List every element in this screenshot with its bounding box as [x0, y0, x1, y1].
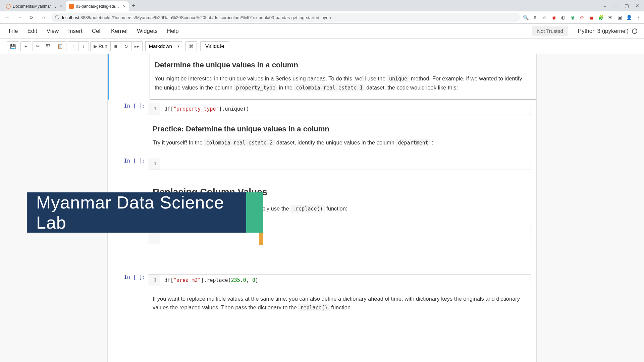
extensions-menu-icon[interactable]: 🧩: [598, 14, 604, 20]
menu-bar: File Edit View Insert Cell Kernel Widget…: [0, 24, 644, 39]
line-number: 1: [148, 275, 160, 286]
menu-help[interactable]: Help: [167, 28, 179, 35]
run-button[interactable]: ▶ Run: [90, 41, 111, 51]
home-button[interactable]: ⌂: [39, 13, 48, 22]
extension-icon[interactable]: ◐: [560, 14, 566, 20]
fast-forward-button[interactable]: ▸▸: [131, 41, 143, 51]
move-up-button[interactable]: ↑: [68, 41, 78, 51]
paste-button[interactable]: 📋: [54, 41, 66, 51]
back-button[interactable]: ←: [3, 13, 12, 22]
menu-widgets[interactable]: Widgets: [137, 28, 157, 35]
menu-cell[interactable]: Cell: [92, 28, 102, 35]
code-cell[interactable]: In [ ]: 1 df["property_type"].unique(): [108, 100, 536, 118]
markdown-cell[interactable]: Practice: Determine the unique values in…: [108, 118, 536, 155]
cell-prompt: In [ ]:: [108, 100, 148, 118]
tab-title: 03-pandas-getting-started - Jup: [76, 4, 119, 9]
paragraph: Try it yourself! In the colombia-real-es…: [153, 138, 528, 147]
browser-tab-notebook[interactable]: 03-pandas-getting-started - Jup ×: [66, 1, 129, 11]
add-cell-button[interactable]: +: [20, 41, 31, 51]
more-menu-icon[interactable]: ⋮: [635, 14, 641, 20]
forward-button[interactable]: →: [15, 13, 24, 22]
menu-kernel[interactable]: Kernel: [111, 28, 127, 35]
close-icon[interactable]: ×: [60, 4, 62, 9]
puzzle-icon[interactable]: ✱: [607, 14, 613, 20]
cell-prompt: In [ ]:: [108, 271, 148, 290]
code-input[interactable]: 1: [148, 158, 531, 170]
code-body: df["area_m2"].replace(235.0, 0): [160, 275, 531, 286]
markdown-cell[interactable]: Determine the unique values in a column …: [108, 54, 536, 100]
inline-code: property_type: [234, 84, 277, 92]
close-window-button[interactable]: ✕: [633, 1, 642, 10]
info-icon: ⓘ: [55, 14, 59, 20]
profile-avatar[interactable]: 👤: [626, 14, 632, 20]
menu-edit[interactable]: Edit: [27, 28, 37, 35]
cut-button[interactable]: ✂: [33, 41, 43, 51]
url-input[interactable]: ⓘ localhost:8888/notebooks/Documents/Mya…: [51, 13, 520, 22]
heading: Determine the unique values in a column: [155, 59, 528, 71]
sidepanel-icon[interactable]: ▣: [616, 14, 623, 20]
extension-icons: 🔍 ⇪ ☆ ◉ ◐ ◉ ⊘ ▣ 🧩 ✱ ▣ 👤 ⋮: [523, 14, 641, 20]
code-input[interactable]: 1 df["property_type"].unique(): [148, 103, 531, 115]
line-number: 1: [148, 103, 160, 115]
kernel-indicator[interactable]: Python 3 (ipykernel): [573, 28, 637, 35]
kernel-name: Python 3 (ipykernel): [578, 28, 629, 35]
watermark-tab: [259, 233, 263, 245]
jupyter-icon: [6, 4, 11, 9]
menu-view[interactable]: View: [47, 28, 59, 35]
watermark-main: Myanmar Data Science Lab: [27, 192, 246, 233]
inline-code: department: [396, 139, 430, 146]
restart-button[interactable]: ↻: [121, 41, 131, 51]
window-controls: ⌄ — ▢ ✕: [600, 1, 644, 10]
code-body: [160, 158, 531, 170]
cell-type-select[interactable]: Markdown: [145, 41, 182, 51]
share-icon[interactable]: ⇪: [532, 14, 538, 20]
tab-bar: Documents/Myanmar Data Scien × 03-pandas…: [0, 0, 644, 11]
validate-button[interactable]: Validate: [200, 41, 229, 51]
line-number: 1: [148, 158, 160, 170]
inline-code: unique: [387, 75, 409, 82]
watermark-text: Myanmar Data Science Lab: [36, 192, 246, 233]
code-cell[interactable]: In [ ]: 1 df["area_m2"].replace(235.0, 0…: [108, 271, 536, 290]
menu-file[interactable]: File: [9, 28, 18, 35]
chevron-down-icon[interactable]: ⌄: [600, 1, 610, 10]
close-icon[interactable]: ×: [123, 4, 125, 9]
tab-title: Documents/Myanmar Data Scien: [13, 4, 56, 9]
code-input[interactable]: 1 df["area_m2"].replace(235.0, 0): [148, 274, 531, 286]
extension-icon[interactable]: ◉: [570, 14, 576, 20]
save-button[interactable]: 💾: [7, 41, 19, 51]
maximize-button[interactable]: ▢: [622, 1, 631, 10]
kernel-status-icon: [632, 28, 637, 34]
cell-prompt: [109, 54, 150, 100]
markdown-cell[interactable]: If you want to replace multiple values a…: [108, 290, 536, 319]
url-path: /notebooks/Documents/Myanmar%20Data%20Sc…: [90, 15, 331, 20]
inline-code: replace(): [298, 304, 329, 311]
address-bar: ← → ⟳ ⌂ ⓘ localhost:8888/notebooks/Docum…: [0, 11, 644, 23]
extension-icon[interactable]: ▣: [588, 14, 594, 20]
minimize-button[interactable]: —: [611, 1, 621, 10]
paragraph: You might be interested in the unique va…: [155, 74, 528, 92]
inline-code: colombia-real-estate-1: [294, 84, 365, 92]
toolbar: 💾 + ✂ ⿻ 📋 ↑ ↓ ▶ Run ■ ↻ ▸▸ Markdown ⌘ Va…: [0, 39, 644, 54]
star-icon[interactable]: ☆: [541, 14, 547, 20]
ublock-icon[interactable]: ◉: [551, 14, 557, 20]
move-down-button[interactable]: ↓: [78, 41, 89, 51]
url-host: localhost: [62, 15, 79, 20]
jupyter-notebook-icon: [69, 4, 74, 9]
heading: Practice: Determine the unique values in…: [153, 123, 528, 135]
copy-button[interactable]: ⿻: [43, 41, 54, 51]
cell-prompt: In [ ]:: [108, 155, 148, 173]
menu-insert[interactable]: Insert: [68, 28, 83, 35]
trust-button[interactable]: Not Trusted: [532, 26, 568, 36]
command-palette-button[interactable]: ⌘: [185, 41, 197, 51]
cell-prompt: [108, 118, 148, 155]
zoom-icon[interactable]: 🔍: [523, 14, 529, 20]
block-icon[interactable]: ⊘: [579, 14, 585, 20]
paragraph: If you want to replace multiple values a…: [153, 294, 528, 312]
new-tab-button[interactable]: +: [129, 1, 138, 11]
stop-button[interactable]: ■: [110, 41, 121, 51]
browser-tab-jupyter-home[interactable]: Documents/Myanmar Data Scien ×: [3, 1, 66, 11]
watermark-accent: [246, 192, 263, 233]
code-cell[interactable]: In [ ]: 1: [108, 155, 536, 173]
browser-chrome: Documents/Myanmar Data Scien × 03-pandas…: [0, 0, 644, 24]
reload-button[interactable]: ⟳: [27, 13, 36, 22]
